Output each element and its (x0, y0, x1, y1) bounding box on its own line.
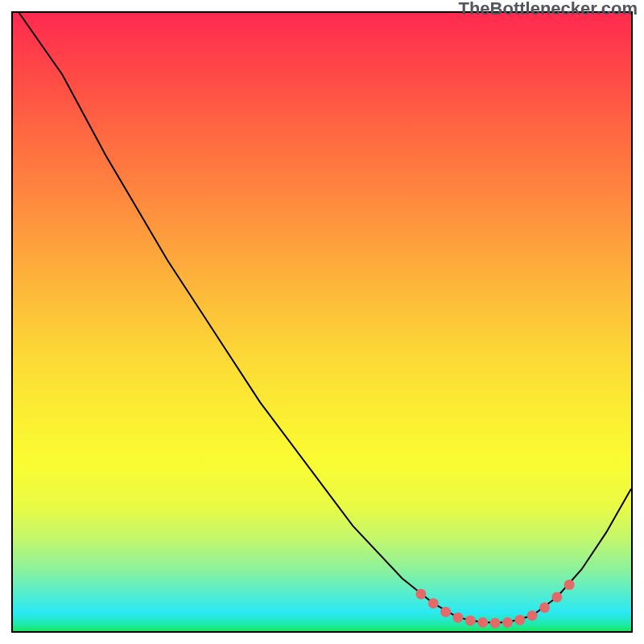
emphasis-dot (539, 602, 550, 613)
emphasis-dot (564, 580, 575, 590)
emphasis-dot (452, 613, 463, 623)
emphasis-dot (477, 617, 488, 628)
emphasis-dot (440, 607, 451, 617)
chart-container (11, 11, 633, 633)
main-curve (19, 13, 631, 622)
chart-svg (13, 13, 631, 631)
emphasis-dot (514, 615, 525, 625)
emphasis-dot (502, 617, 513, 628)
emphasis-dot (490, 618, 501, 629)
emphasis-dot (551, 592, 562, 602)
emphasis-dot (428, 598, 439, 609)
emphasis-dot (415, 588, 426, 599)
emphasis-dot (465, 615, 476, 625)
emphasis-dots (415, 580, 574, 629)
watermark-text: TheBottlenecker.com (458, 0, 638, 19)
emphasis-dot (527, 610, 538, 621)
